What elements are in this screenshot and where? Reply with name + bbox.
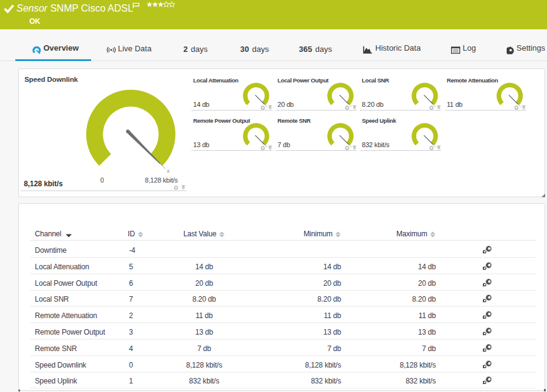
- svg-text:x: x: [167, 168, 170, 174]
